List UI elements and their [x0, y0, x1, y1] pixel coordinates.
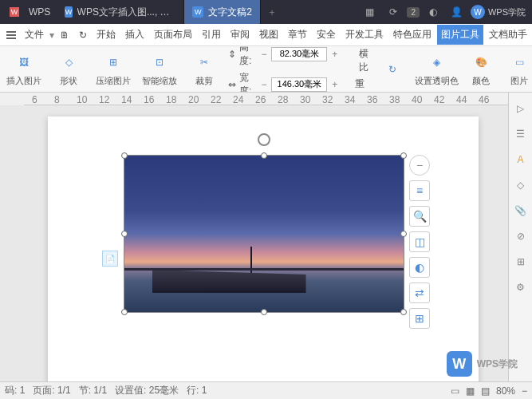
save-icon[interactable]: 🗎 — [56, 26, 73, 44]
statusbar: 码: 1 页面: 1/1 节: 1/1 设置值: 25毫米 行: 1 ▭ ▦ ▤… — [0, 381, 532, 399]
sb-zoom[interactable]: 80% — [496, 385, 515, 397]
titlebar: W WPS WWPS文字插入图..., 如何移动图片？ W文字文稿2 ＋ ▦ ⟳… — [0, 0, 532, 24]
width-input[interactable] — [271, 77, 327, 92]
watermark: W WPS学院 — [447, 351, 518, 377]
smartscale-btn[interactable]: ⊡智能缩放 — [139, 51, 180, 87]
menu-start[interactable]: 开始 — [93, 25, 120, 45]
tab1-label: WPS文字插入图..., 如何移动图片？ — [77, 6, 176, 19]
sb-row[interactable]: 行: 1 — [187, 384, 207, 397]
tab-doc2[interactable]: W文字文稿2 — [184, 0, 261, 24]
width-icon: ⇔ — [228, 79, 236, 90]
menu-layout[interactable]: 页面布局 — [150, 25, 196, 45]
sb-view1[interactable]: ▭ — [451, 385, 459, 397]
menu-section[interactable]: 章节 — [284, 25, 311, 45]
refresh-icon[interactable]: ↻ — [75, 26, 91, 44]
crop-tool[interactable]: ◫ — [409, 231, 430, 252]
app-name: WPS — [29, 6, 50, 18]
rotate-handle[interactable] — [258, 133, 270, 146]
tab2-label: 文字文稿2 — [208, 6, 252, 19]
resize-handle-bl[interactable] — [121, 309, 128, 315]
resize-handle-tm[interactable] — [261, 152, 267, 159]
menu-security[interactable]: 安全 — [313, 25, 340, 45]
app-logo: W — [5, 2, 24, 22]
menu-pictools[interactable]: 图片工具 — [437, 25, 483, 45]
sb-zoomout[interactable]: − — [522, 385, 527, 397]
paragraph-mark[interactable]: 📄 — [102, 251, 118, 267]
menu-review[interactable]: 审阅 — [227, 25, 254, 45]
doc-icon: W — [192, 6, 203, 18]
sp-grid[interactable]: ⊞ — [513, 254, 529, 270]
doc-icon: W — [65, 6, 72, 18]
height-icon: ⇕ — [228, 49, 236, 60]
layout-tool[interactable]: ≡ — [409, 180, 430, 201]
menu-dev[interactable]: 开发工具 — [341, 25, 388, 45]
lock-ratio[interactable]: 🔒锁定纵横比 — [344, 46, 368, 74]
sp-nav[interactable]: ☰ — [513, 126, 529, 142]
watermark-text: WPS学院 — [477, 358, 518, 371]
workspace: 📄 − ≡ 🔍 ◫ ◐ ⇄ ⊞ — [0, 105, 508, 381]
photo-content — [124, 156, 404, 312]
height-input[interactable] — [271, 47, 327, 61]
wps-brand-icon: W — [471, 5, 485, 19]
resize-handle-mr[interactable] — [400, 231, 407, 237]
menu-view[interactable]: 视图 — [255, 25, 282, 45]
menu-toggle[interactable] — [3, 28, 19, 42]
sync-icon[interactable]: ⟳ — [383, 2, 404, 22]
menu-ref[interactable]: 引用 — [198, 25, 225, 45]
shape-btn[interactable]: ◇形状 — [54, 51, 83, 87]
resize-handle-bm[interactable] — [261, 309, 267, 315]
more-tool[interactable]: ⊞ — [409, 308, 430, 329]
resize-handle-ml[interactable] — [121, 231, 128, 237]
sb-section[interactable]: 节: 1/1 — [79, 384, 107, 397]
crop-btn[interactable]: ✂裁剪 — [190, 51, 219, 87]
height-label: 高度: — [239, 46, 256, 68]
rotate-tool[interactable]: ◐ — [409, 257, 430, 278]
sb-view3[interactable]: ▤ — [481, 385, 490, 397]
theme-icon[interactable]: ◐ — [423, 2, 443, 22]
user-icon[interactable]: 👤 — [447, 2, 467, 22]
collapse-tools[interactable]: − — [409, 155, 430, 176]
color-btn[interactable]: 🎨颜色 — [467, 51, 495, 87]
selected-image[interactable] — [124, 155, 404, 313]
replace-tool[interactable]: ⇄ — [409, 282, 430, 303]
tab-add[interactable]: ＋ — [261, 6, 283, 19]
sp-select[interactable]: ▷ — [513, 101, 529, 117]
watermark-icon: W — [447, 351, 472, 377]
notif-badge[interactable]: 2 — [407, 7, 420, 18]
tab-doc1[interactable]: WWPS文字插入图..., 如何移动图片？ — [57, 0, 184, 24]
transparent-btn[interactable]: ◈设置透明色 — [412, 51, 462, 87]
sb-view2[interactable]: ▦ — [466, 385, 475, 397]
compress-btn[interactable]: ⊞压缩图片 — [93, 51, 134, 87]
menu-special[interactable]: 特色应用 — [389, 25, 435, 45]
sp-settings[interactable]: ⚙ — [513, 279, 529, 295]
menu-dochelper[interactable]: 文档助手 — [485, 25, 531, 45]
ruler-horizontal: 6810121416182022242628303234363840424446 — [24, 93, 508, 105]
sb-page[interactable]: 页面: 1/1 — [33, 384, 70, 397]
width-label: 宽度: — [239, 71, 256, 93]
svg-text:W: W — [11, 8, 18, 16]
sp-shape[interactable]: ◇ — [513, 177, 529, 193]
sb-setval[interactable]: 设置值: 25毫米 — [115, 384, 179, 397]
resize-handle-tr[interactable] — [400, 152, 407, 159]
pic-frame-btn[interactable]: ▭图片 — [505, 51, 532, 87]
rotate-btn[interactable]: ↻ — [378, 58, 407, 81]
sb-pageno[interactable]: 码: 1 — [5, 384, 25, 397]
reset-size[interactable]: ↺重设大小 — [344, 77, 368, 93]
brand-label: WPS学院 — [488, 6, 526, 18]
ribbon: 🖼插入图片 ◇形状 ⊞压缩图片 ⊡智能缩放 ✂裁剪 ⇕高度:−+ ⇔宽度:−+ … — [0, 46, 532, 93]
sp-clip[interactable]: 📎 — [513, 203, 529, 219]
side-panel: ▷ ☰ A ◇ 📎 ⊘ ⊞ ⚙ — [508, 93, 532, 381]
zoom-tool[interactable]: 🔍 — [409, 206, 430, 227]
file-menu[interactable]: 文件 — [21, 25, 48, 45]
sp-limit[interactable]: ⊘ — [513, 228, 529, 244]
resize-handle-tl[interactable] — [121, 152, 128, 159]
sp-style[interactable]: A — [513, 152, 529, 168]
insert-pic-btn[interactable]: 🖼插入图片 — [3, 51, 45, 87]
image-float-toolbar: − ≡ 🔍 ◫ ◐ ⇄ ⊞ — [409, 155, 430, 329]
menu-insert[interactable]: 插入 — [121, 25, 148, 45]
resize-handle-br[interactable] — [400, 309, 407, 315]
menubar: 文件 ▾ 🗎 ↻ 开始 插入 页面布局 引用 审阅 视图 章节 安全 开发工具 … — [0, 24, 532, 46]
grid-icon[interactable]: ▦ — [359, 2, 380, 22]
